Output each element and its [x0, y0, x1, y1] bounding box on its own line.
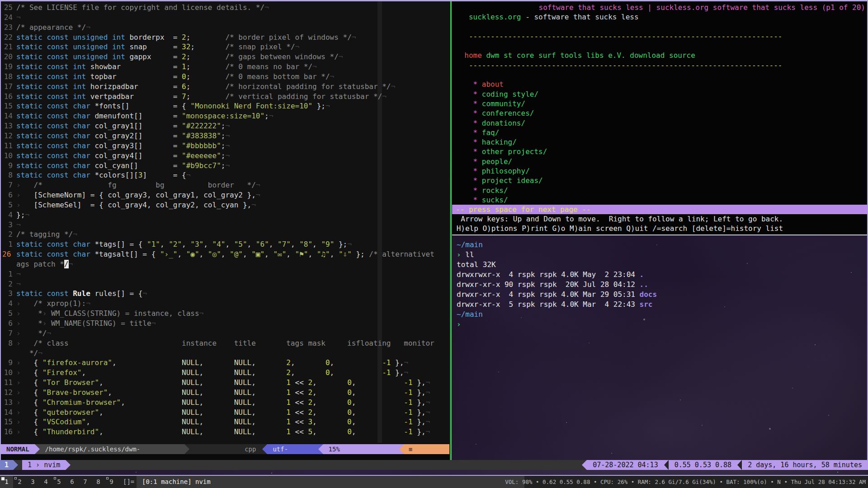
tag-occupancy-indicator	[1, 477, 5, 480]
dwm-status-text: VOL: 98% • 0.62 0.55 0.88 • CPU: 26% • R…	[505, 476, 866, 488]
browser-help-line: Arrow keys: Up and Down to move. Right t…	[452, 214, 867, 224]
code-line: 14static const char dmenufont[] = "monos…	[1, 111, 449, 121]
line-number: 16	[1, 427, 16, 437]
line-number: 4	[1, 210, 16, 220]
code-line: 17static const int horizpadbar = 6; /* h…	[1, 82, 449, 92]
line-number: 20	[1, 52, 16, 62]
editor-lines: 25/* See LICENSE file for copyright and …	[1, 3, 449, 437]
line-number: 8	[1, 338, 16, 348]
dwm-tag-4[interactable]: 4	[39, 476, 52, 488]
dwm-tag-7[interactable]: 7	[79, 476, 92, 488]
encoding-label: utf-8[unix]	[267, 444, 318, 454]
browser-link-row[interactable]: * coding style/	[452, 89, 867, 99]
dwm-tag-5[interactable]: 5	[52, 476, 66, 488]
line-number: 5	[1, 200, 16, 210]
terminal-row: drwxr-xr-x 4 rspk rspk 4.0K Mar 29 05:31…	[457, 290, 867, 300]
browser-text-row	[452, 22, 867, 32]
line-number: 2	[1, 279, 16, 289]
terminal-output: ~/main› lltotal 32Kdrwxrwxr-x 4 rspk rsp…	[452, 235, 867, 329]
trailing-whitespace-badge: ≡ [139]tr…	[404, 444, 449, 454]
code-line: ags patch */¬	[1, 259, 449, 269]
dwm-tag-3[interactable]: 3	[26, 476, 39, 488]
browser-link-row[interactable]: * donations/	[452, 118, 867, 128]
browser-link-row[interactable]: * hacking/	[452, 137, 867, 147]
dwm-layout-symbol[interactable]: []=	[120, 476, 137, 488]
browser-link-row[interactable]: * faq/	[452, 128, 867, 137]
line-number: 15	[1, 417, 16, 427]
dwm-tag-2[interactable]: 2	[13, 476, 26, 488]
tmux-loadavg: 0.55 0.53 0.88	[669, 460, 737, 470]
powerline-arrow-icon	[66, 460, 71, 470]
terminal-row: ›	[457, 319, 867, 329]
browser-link-row[interactable]: * people/	[452, 157, 867, 166]
browser-link-row[interactable]: * about	[452, 80, 867, 89]
browser-content: software that sucks less | suckless.org …	[452, 1, 867, 205]
code-line: 1static const char *tags[] = { "1", "2",…	[1, 239, 449, 249]
browser-link-row[interactable]: * sucks/	[452, 195, 867, 205]
browser-link-row[interactable]: * community/	[452, 99, 867, 108]
dwm-tag-1[interactable]: 1	[0, 476, 13, 488]
nvim-window[interactable]: 25/* See LICENSE file for copyright and …	[1, 1, 449, 460]
code-line: 15› { "VSCodium", NULL, NULL, 1 << 3, 0,…	[1, 417, 449, 427]
terminal-window[interactable]: ~/main› lltotal 32Kdrwxrwxr-x 4 rspk rsp…	[452, 235, 867, 460]
browser-window[interactable]: software that sucks less | suckless.org …	[452, 1, 867, 235]
browser-link-row[interactable]: * conferences/	[452, 108, 867, 118]
code-line: 5› [SchemeSel] = { col_gray4, col_gray2,…	[1, 200, 449, 210]
desktop: 25/* See LICENSE file for copyright and …	[0, 0, 868, 488]
terminal-row: ~/main	[457, 240, 867, 250]
line-number: 1	[1, 239, 16, 249]
cursor-position: 15% ln:26/172≡:107	[323, 444, 399, 454]
tmux-window-item[interactable]: 1 › nvim	[22, 460, 66, 470]
terminal-row: ~/main	[457, 310, 867, 319]
code-line: 9static const char col_cyan[] = "#b9bcc7…	[1, 161, 449, 171]
line-number: 10	[1, 151, 16, 161]
browser-link-row[interactable]: * project ideas/	[452, 176, 867, 185]
tag-occupancy-indicator	[14, 477, 17, 479]
code-line: 2/* tagging */¬	[1, 230, 449, 239]
line-number: 2	[1, 230, 16, 239]
browser-link-row[interactable]: * rocks/	[452, 186, 867, 195]
code-line: */¬	[1, 348, 449, 358]
code-line: 2¬	[1, 279, 449, 289]
line-number: 5	[1, 309, 16, 319]
dwm-tag-6[interactable]: 6	[66, 476, 79, 488]
code-line: 19static const int showbar = 1; /* 0 mea…	[1, 62, 449, 72]
dwm-tag-9[interactable]: 9	[105, 476, 118, 488]
line-number: 23	[1, 23, 16, 33]
tmux-session-badge[interactable]: 1	[0, 460, 13, 470]
browser-link-row[interactable]: home dwm st core surf tools libs e.V. do…	[452, 51, 867, 60]
code-line: 8› /* class instance title tags mask isf…	[1, 338, 449, 348]
line-number: 11	[1, 378, 16, 388]
dwm-tag-8[interactable]: 8	[92, 476, 105, 488]
line-number: 1	[1, 269, 16, 279]
line-number: 11	[1, 141, 16, 151]
line-number: 25	[1, 3, 16, 13]
browser-link-row[interactable]: * other projects/	[452, 147, 867, 156]
code-line: 4};¬	[1, 210, 449, 220]
code-line: 16static const int vertpadbar = 7; /* ve…	[1, 92, 449, 102]
code-line: 10› { "Firefox", NULL, NULL, 2, 0, -1 },…	[1, 368, 449, 378]
line-number: 12	[1, 131, 16, 141]
powerline-arrow-icon	[582, 460, 587, 470]
terminal-row: drwxr-xr-x 5 rspk rspk 4.0K Mar 4 22:43 …	[457, 300, 867, 310]
line-number: 19	[1, 62, 16, 72]
browser-text-row: ----------------------------------------…	[452, 32, 867, 41]
powerline-arrow-icon	[737, 460, 742, 470]
code-line: 26static const char *tagsalt[] = { "›_",…	[1, 249, 449, 259]
browser-link-row[interactable]: * philosophy/	[452, 166, 867, 176]
line-number: 3	[1, 289, 16, 299]
powerline-arrow-icon	[35, 444, 40, 454]
browser-help-line: H)elp O)ptions P)rint G)o M)ain screen Q…	[452, 224, 867, 233]
line-number: 16	[1, 92, 16, 102]
code-line: 7› /* fg bg border */¬	[1, 180, 449, 190]
browser-text-row: suckless.org - software that sucks less	[452, 12, 867, 22]
browser-status-bar: -- press space for next page --	[452, 205, 867, 214]
code-line: 23/* appearance */¬	[1, 23, 449, 33]
line-number: 14	[1, 111, 16, 121]
tag-occupancy-indicator	[54, 477, 56, 479]
browser-text-row: software that sucks less | suckless.org …	[452, 3, 867, 12]
line-number: 12	[1, 388, 16, 398]
browser-text-row	[452, 70, 867, 80]
terminal-row: total 32K	[457, 260, 867, 270]
line-number: 9	[1, 358, 16, 368]
